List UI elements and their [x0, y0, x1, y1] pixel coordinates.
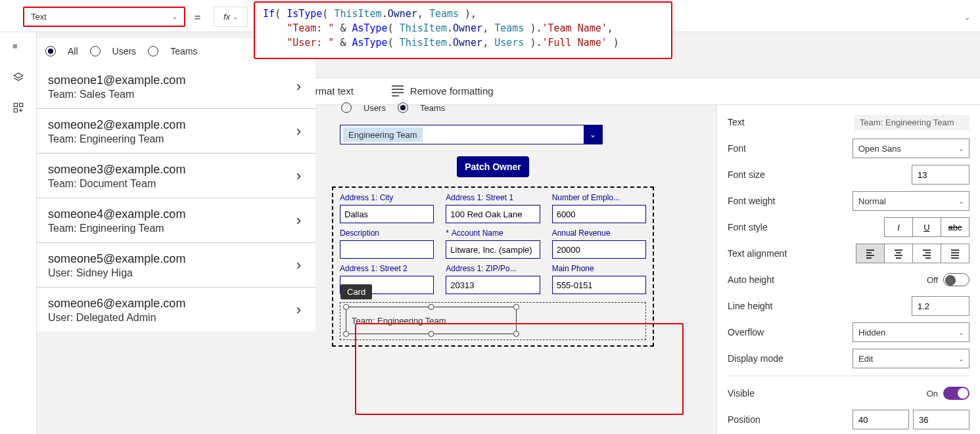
list-item-email: someone1@example.com	[48, 74, 304, 87]
fx-button[interactable]: fx⌄	[214, 7, 248, 27]
visible-toggle[interactable]	[943, 387, 969, 400]
resize-handle[interactable]	[343, 304, 349, 310]
gallery-list[interactable]: someone1@example.com Team: Sales Team ›s…	[36, 64, 315, 332]
field-input[interactable]	[340, 240, 434, 259]
resize-handle[interactable]	[513, 304, 519, 310]
fx-label: fx	[223, 12, 230, 22]
underline-button[interactable]: U	[912, 217, 941, 237]
field-label: Annual Revenue	[552, 228, 646, 238]
prop-label-position: Position	[728, 414, 852, 425]
list-item[interactable]: someone5@example.com User: Sidney Higa ›	[36, 242, 315, 287]
formula-bar[interactable]: If( IsType( ThisItem.Owner, Teams ), "Te…	[254, 1, 672, 59]
hamburger-icon[interactable]: ≡	[0, 32, 37, 62]
prop-label-font-style: Font style	[728, 222, 884, 232]
list-item[interactable]: someone1@example.com Team: Sales Team ›	[36, 64, 315, 108]
svg-rect-1	[20, 103, 23, 106]
prop-row-visible: Visible On	[717, 380, 980, 406]
chevron-right-icon: ›	[296, 167, 301, 184]
field-input[interactable]	[446, 205, 540, 223]
resize-handle[interactable]	[429, 304, 434, 310]
chevron-right-icon: ›	[296, 257, 301, 274]
property-dropdown-value: Text	[31, 12, 47, 22]
list-item-sub: User: Sidney Higa	[48, 267, 304, 279]
prop-label-font-weight: Font weight	[728, 196, 852, 206]
font-weight-dropdown[interactable]: Normal⌄	[852, 191, 969, 211]
prop-row-position: Position	[717, 406, 980, 433]
list-item-email: someone4@example.com	[48, 207, 304, 221]
field-input[interactable]	[340, 205, 434, 223]
formula-expand-icon[interactable]: ⌄	[964, 13, 970, 22]
italic-button[interactable]: I	[884, 217, 913, 237]
prop-row-font-style: Font style I U abc	[717, 214, 980, 240]
align-justify-button[interactable]	[941, 244, 969, 263]
prop-row-font-size: Font size	[717, 162, 980, 188]
field-input[interactable]	[552, 205, 646, 223]
field-label: Description	[340, 228, 434, 238]
font-size-input[interactable]	[912, 165, 969, 184]
prop-row-display-mode: Display mode Edit⌄	[717, 345, 980, 372]
radio-teams[interactable]	[148, 46, 158, 56]
chevron-down-icon: ⌄	[958, 329, 964, 336]
field-input[interactable]	[552, 276, 646, 294]
property-dropdown[interactable]: Text ⌄	[23, 7, 185, 27]
list-item-sub: Team: Sales Team	[48, 89, 304, 100]
resize-handle[interactable]	[343, 331, 349, 337]
resize-handle[interactable]	[429, 331, 434, 337]
prop-label-auto-height: Auto height	[728, 274, 927, 285]
align-left-button[interactable]	[856, 244, 885, 263]
list-item[interactable]: someone4@example.com Team: Engineering T…	[36, 198, 315, 242]
combobox-selected: Engineering Team	[343, 127, 423, 142]
chevron-down-icon: ⌄	[958, 145, 964, 152]
layers-icon[interactable]	[0, 62, 37, 93]
overflow-dropdown[interactable]: Hidden⌄	[852, 322, 969, 342]
radio-all[interactable]	[45, 46, 56, 56]
list-item-sub: Team: Engineering Team	[48, 223, 304, 234]
align-center-button[interactable]	[884, 244, 913, 263]
position-x-input[interactable]	[852, 410, 909, 429]
radio-teams-label: Teams	[170, 46, 197, 56]
form-filter-row: Users Teams	[332, 95, 654, 121]
auto-height-toggle[interactable]	[943, 273, 969, 286]
field-label: Address 1: Street 2	[340, 264, 434, 273]
form-field: *Account Name	[446, 228, 540, 259]
components-icon[interactable]	[0, 93, 37, 123]
list-item-sub: Team: Document Team	[48, 178, 304, 190]
position-y-input[interactable]	[913, 410, 969, 429]
form-field: Address 1: City	[340, 193, 434, 223]
prop-label-visible: Visible	[728, 388, 927, 399]
field-input[interactable]	[446, 276, 540, 294]
radio-form-teams[interactable]	[398, 102, 408, 113]
form-field: Address 1: ZIP/Po...	[446, 264, 540, 294]
align-right-button[interactable]	[912, 244, 941, 263]
field-label: Number of Emplo...	[552, 193, 646, 202]
list-item[interactable]: someone3@example.com Team: Document Team…	[36, 153, 315, 198]
list-item[interactable]: someone6@example.com User: Delegated Adm…	[36, 287, 315, 332]
line-height-input[interactable]	[912, 296, 969, 316]
form-field: Annual Revenue	[552, 228, 646, 259]
field-input[interactable]	[446, 240, 540, 259]
patch-owner-button[interactable]: Patch Owner	[457, 156, 529, 177]
strikethrough-button[interactable]: abc	[941, 217, 969, 237]
field-input[interactable]	[552, 240, 646, 259]
form-grid: Address 1: City Address 1: Street 1 Numb…	[332, 186, 654, 347]
form-field: Main Phone	[552, 264, 646, 294]
list-item[interactable]: someone2@example.com Team: Engineering T…	[36, 108, 315, 153]
form-field: Description	[340, 228, 434, 259]
list-item-email: someone5@example.com	[48, 252, 304, 266]
selected-card[interactable]: Card Team: Engineering Team	[340, 302, 646, 340]
prop-row-line-height: Line height	[717, 293, 980, 319]
field-label: Main Phone	[552, 264, 646, 273]
selected-label[interactable]: Team: Engineering Team	[346, 307, 517, 334]
radio-users[interactable]	[90, 46, 101, 56]
gallery-pane: All Users Teams someone1@example.com Tea…	[36, 38, 315, 332]
radio-form-users[interactable]	[341, 102, 352, 113]
field-label: Address 1: City	[340, 193, 434, 202]
resize-handle[interactable]	[513, 331, 519, 337]
prop-value-text[interactable]: Team: Engineering Team	[854, 115, 969, 130]
chevron-right-icon: ›	[296, 212, 301, 229]
team-combobox[interactable]: Engineering Team ⌄	[340, 125, 603, 144]
display-mode-dropdown[interactable]: Edit⌄	[852, 349, 969, 368]
font-dropdown[interactable]: Open Sans⌄	[852, 139, 969, 158]
list-item-email: someone3@example.com	[48, 163, 304, 177]
list-item-email: someone2@example.com	[48, 118, 304, 132]
